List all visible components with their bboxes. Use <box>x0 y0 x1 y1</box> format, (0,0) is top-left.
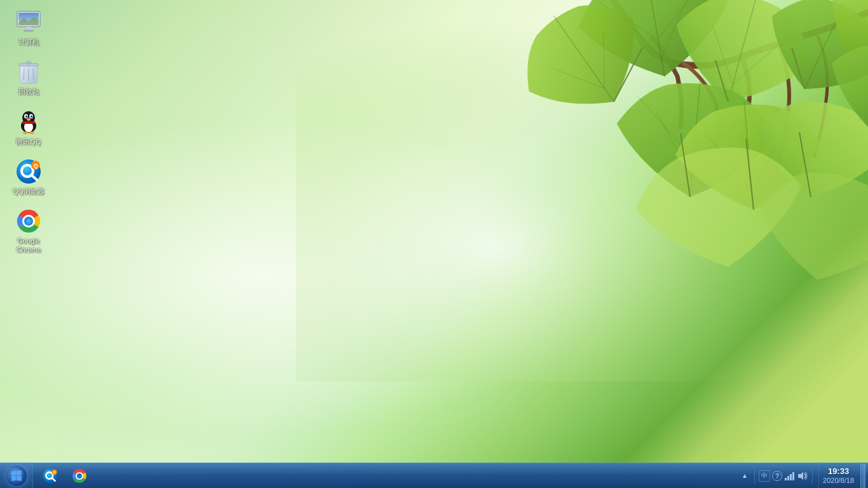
tray-separator-1 <box>754 468 755 484</box>
qqbrowser-desktop-icon[interactable]: Q QQ浏览器 <box>6 156 51 199</box>
recycle-bin-icon-label: 回收站 <box>18 87 39 96</box>
svg-rect-36 <box>26 62 31 64</box>
ime-icon[interactable]: 中 <box>759 471 770 481</box>
desktop-icons: 计算机 <box>6 6 51 258</box>
volume-icon[interactable] <box>797 471 808 481</box>
start-orb <box>6 466 27 486</box>
system-tray: ▲ 中 ? <box>733 463 868 488</box>
tray-separator-2 <box>812 468 813 484</box>
help-circle: ? <box>772 471 782 481</box>
recycle-bin-icon[interactable]: 回收站 <box>6 56 51 99</box>
taskbar-chrome[interactable] <box>65 464 93 487</box>
network-icon[interactable] <box>785 471 795 481</box>
tray-icons: ▲ 中 ? <box>736 468 818 484</box>
qq-icon-image <box>16 109 41 135</box>
wallpaper-svg <box>296 0 868 381</box>
show-desktop-button[interactable] <box>860 464 865 488</box>
chrome-desktop-label: GoogleChrome <box>16 236 41 255</box>
svg-rect-32 <box>24 30 34 32</box>
taskbar: Q ▲ <box>0 463 868 488</box>
chrome-icon-image <box>16 208 41 234</box>
svg-point-66 <box>77 473 82 478</box>
tray-expand-button[interactable]: ▲ <box>740 471 750 481</box>
svg-rect-70 <box>792 472 794 480</box>
computer-icon-image <box>16 10 41 35</box>
taskbar-items: Q <box>33 463 733 488</box>
keyboard-label: 中 <box>759 470 770 482</box>
qq-icon-label: 腾讯QQ <box>16 137 41 146</box>
svg-rect-50 <box>22 121 35 124</box>
qqbrowser-desktop-label: QQ浏览器 <box>13 187 44 196</box>
svg-rect-69 <box>790 474 792 480</box>
svg-point-52 <box>29 132 34 134</box>
svg-point-48 <box>31 116 32 117</box>
desktop: 计算机 <box>0 0 868 488</box>
svg-point-59 <box>24 217 33 226</box>
qqbrowser-icon-image: Q <box>16 159 41 184</box>
svg-point-49 <box>27 118 31 121</box>
computer-icon-label: 计算机 <box>18 37 39 46</box>
recycle-bin-icon-image <box>16 59 41 85</box>
svg-point-47 <box>26 116 27 117</box>
help-icon[interactable]: ? <box>772 471 782 481</box>
clock-time: 19:33 <box>828 466 849 477</box>
computer-icon[interactable]: 计算机 <box>6 6 51 50</box>
taskbar-qqbrowser[interactable]: Q <box>36 464 64 487</box>
chrome-desktop-icon[interactable]: GoogleChrome <box>6 205 51 258</box>
svg-line-37 <box>24 68 24 81</box>
clock-area[interactable]: 19:33 2020/8/18 <box>818 463 860 488</box>
svg-point-51 <box>23 132 28 134</box>
start-button[interactable] <box>0 463 33 489</box>
svg-line-39 <box>33 68 34 81</box>
svg-rect-67 <box>785 478 787 480</box>
svg-text:Q: Q <box>33 163 37 169</box>
svg-rect-31 <box>26 27 31 30</box>
clock-date: 2020/8/18 <box>823 477 854 485</box>
svg-text:Q: Q <box>53 470 55 474</box>
qq-icon[interactable]: 腾讯QQ <box>6 106 51 149</box>
svg-rect-68 <box>787 476 789 480</box>
